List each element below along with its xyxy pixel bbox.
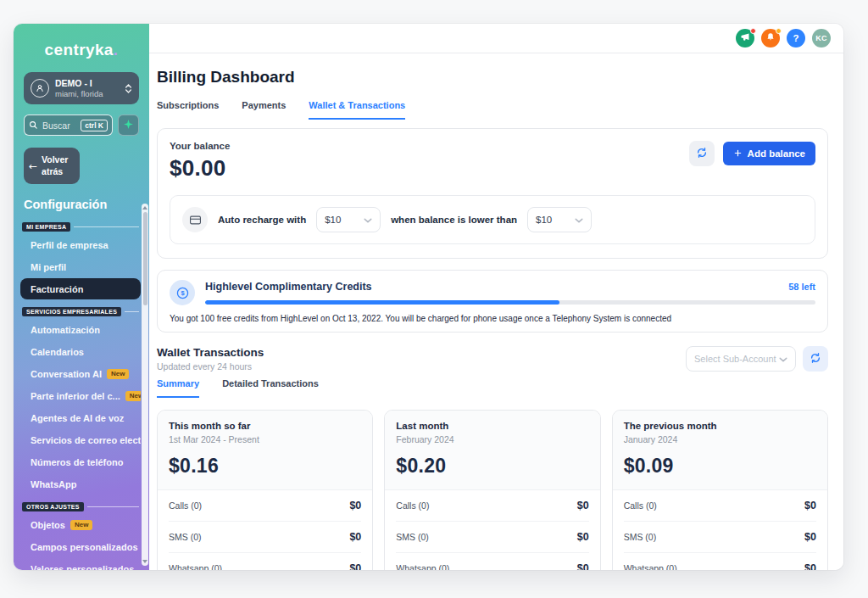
usage-row-whatsapp: Whatsapp (0) $0	[169, 553, 361, 570]
new-badge: New	[70, 520, 92, 530]
page-tabs: Subscriptions Payments Wallet & Transact…	[157, 100, 828, 120]
credits-description: You got 100 free credits from HighLevel …	[170, 314, 815, 323]
summary-card-amount: $0.16	[169, 455, 361, 478]
notification-dot	[750, 28, 756, 34]
sidebar-item-valores-personalizados[interactable]: Valores personalizados	[20, 558, 141, 570]
sidebar-item-perfil-de-empresa[interactable]: Perfil de empresa	[20, 234, 141, 255]
sidebar-scrollbar[interactable]	[142, 204, 148, 566]
chevron-down-icon	[575, 215, 583, 225]
back-button-label: Volver atrás	[42, 154, 74, 177]
recharge-threshold-select[interactable]: $10	[527, 207, 592, 232]
sidebar-item-conversation-ai[interactable]: Conversation AI New	[20, 363, 141, 384]
sub-account-select[interactable]: Select Sub-Account	[686, 346, 796, 372]
topbar: ? KC	[149, 24, 843, 53]
summary-card-period: February 2024	[396, 434, 588, 444]
back-button[interactable]: ← Volver atrás	[24, 148, 80, 184]
page-title: Billing Dashboard	[157, 68, 828, 87]
sidebar-item-numeros-telefono[interactable]: Números de teléfono	[20, 451, 141, 472]
section-label-mi-empresa: MI EMPRESA	[22, 222, 139, 232]
credits-title: Highlevel Complimentary Credits	[205, 281, 372, 293]
balance-actions: Add balance	[689, 141, 815, 166]
tab-payments[interactable]: Payments	[242, 100, 286, 120]
sidebar-item-automatizacion[interactable]: Automatización	[20, 319, 141, 340]
question-mark-icon: ?	[793, 33, 798, 43]
wallet-transactions-header: Wallet Transactions Updated every 24 hou…	[157, 346, 828, 372]
summary-card-this-month: This month so far 1st Mar 2024 - Present…	[157, 410, 373, 570]
add-balance-button[interactable]: Add balance	[723, 142, 815, 165]
tab-wallet-transactions[interactable]: Wallet & Transactions	[309, 100, 405, 120]
refresh-balance-button[interactable]	[689, 141, 715, 166]
sidebar-item-facturacion[interactable]: Facturación	[20, 278, 141, 299]
wallet-transactions-actions: Select Sub-Account	[686, 346, 828, 372]
sidebar-item-agentes-ai-voz[interactable]: Agentes de AI de voz	[20, 407, 141, 428]
summary-card-header: Last month February 2024 $0.20	[385, 411, 599, 490]
sidebar-item-objetos[interactable]: Objetos New	[20, 514, 141, 535]
help-button[interactable]: ?	[787, 29, 805, 48]
usage-row-calls: Calls (0) $0	[624, 490, 816, 522]
sidebar-item-servicios-correo[interactable]: Servicios de correo electr...	[20, 429, 141, 450]
ai-assistant-button[interactable]	[118, 115, 139, 136]
sidebar-nav: MI EMPRESA Perfil de empresa Mi perfil F…	[14, 213, 149, 570]
account-location: miami, florida	[55, 89, 119, 98]
account-info: DEMO - I miami, florida	[55, 78, 119, 98]
announcements-button[interactable]	[736, 29, 754, 48]
scroll-up-icon[interactable]	[142, 206, 147, 210]
tab-summary[interactable]: Summary	[157, 378, 199, 398]
usage-row-sms: SMS (0) $0	[169, 522, 361, 553]
usage-row-whatsapp: Whatsapp (0) $0	[396, 553, 588, 570]
sidebar-item-mi-perfil[interactable]: Mi perfil	[20, 256, 141, 277]
summary-cards-grid: This month so far 1st Mar 2024 - Present…	[157, 410, 828, 570]
new-badge: New	[107, 369, 129, 379]
auto-recharge-text-before: Auto recharge with	[218, 215, 306, 225]
account-switcher[interactable]: DEMO - I miami, florida	[24, 72, 139, 104]
plus-icon	[733, 148, 743, 159]
wallet-transactions-subtitle: Updated every 24 hours	[157, 361, 264, 372]
brand-logo: centryka.	[14, 41, 149, 59]
megaphone-icon	[740, 31, 750, 46]
summary-card-previous-month: The previous month January 2024 $0.09 Ca…	[612, 410, 828, 570]
sidebar-item-whatsapp[interactable]: WhatsApp	[20, 473, 141, 495]
avatar-initials: KC	[815, 34, 827, 42]
summary-card-header: The previous month January 2024 $0.09	[613, 411, 827, 490]
notifications-button[interactable]	[761, 29, 780, 48]
account-name: DEMO - I	[55, 78, 119, 88]
auto-recharge-box: Auto recharge with $10 when balance is l…	[170, 195, 815, 244]
avatar[interactable]: KC	[812, 29, 831, 48]
sidebar-item-calendarios[interactable]: Calendarios	[20, 341, 141, 362]
tab-subscriptions[interactable]: Subscriptions	[157, 100, 219, 120]
credits-header: Highlevel Complimentary Credits 58 left	[205, 281, 815, 293]
tab-detailed-transactions[interactable]: Detailed Transactions	[222, 378, 319, 398]
refresh-transactions-button[interactable]	[803, 346, 828, 372]
brand-logo-text: centryka	[44, 41, 113, 59]
sidebar-item-parte-inferior[interactable]: Parte inferior del c... New	[20, 385, 141, 406]
usage-row-calls: Calls (0) $0	[169, 490, 361, 522]
chevron-down-icon	[779, 354, 787, 364]
usage-row-sms: SMS (0) $0	[396, 522, 588, 553]
summary-card-rows: Calls (0) $0 SMS (0) $0 Whatsapp (0) $0	[158, 490, 372, 570]
summary-card-rows: Calls (0) $0 SMS (0) $0 Whatsapp (0) $0	[385, 490, 599, 570]
add-balance-label: Add balance	[748, 148, 805, 159]
auto-recharge-text-between: when balance is lower than	[391, 215, 517, 225]
summary-card-title: Last month	[396, 421, 588, 431]
wallet-transactions-title: Wallet Transactions	[157, 346, 264, 359]
summary-card-period: 1st Mar 2024 - Present	[169, 434, 361, 444]
summary-card-amount: $0.09	[624, 455, 816, 478]
recharge-amount-select[interactable]: $10	[316, 207, 381, 232]
scroll-down-icon[interactable]	[142, 560, 147, 563]
summary-card-header: This month so far 1st Mar 2024 - Present…	[158, 411, 372, 490]
scrollbar-thumb[interactable]	[143, 212, 147, 305]
wallet-transactions-titles: Wallet Transactions Updated every 24 hou…	[157, 346, 264, 372]
wallet-tabs: Summary Detailed Transactions	[157, 378, 828, 398]
summary-card-title: The previous month	[624, 421, 816, 431]
app-window: centryka. DEMO - I miami, florida	[14, 24, 843, 570]
chevron-down-icon	[364, 215, 372, 225]
credits-main: Highlevel Complimentary Credits 58 left	[205, 280, 815, 305]
brand-logo-dot: .	[114, 41, 119, 59]
credits-remaining: 58 left	[788, 282, 815, 292]
sidebar-item-campos-personalizados[interactable]: Campos personalizados	[20, 536, 141, 557]
section-label-otros-ajustes: OTROS AJUSTES	[22, 502, 139, 511]
user-icon	[31, 79, 49, 98]
search-input[interactable]: Buscar ctrl K	[24, 115, 113, 136]
sidebar: centryka. DEMO - I miami, florida	[14, 24, 149, 570]
credits-top-row: $ Highlevel Complimentary Credits 58 lef…	[170, 280, 815, 305]
